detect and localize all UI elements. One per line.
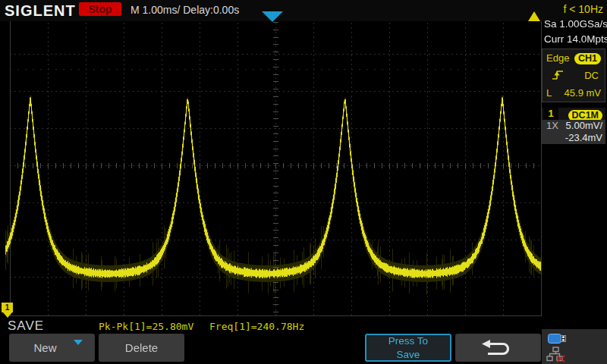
trigger-position-marker[interactable] — [262, 11, 283, 22]
measurement-pkpk: Pk-Pk[1]=25.80mV — [99, 321, 193, 332]
volts-per-div-value: 5.00mV/ — [566, 120, 602, 132]
timebase-readout: M 1.00ms/ Delay:0.00s — [131, 4, 239, 16]
channel-offset-row: -23.4mV — [542, 132, 605, 144]
trigger-slope-row: DC — [543, 67, 605, 84]
channel-id-row: 1 DC1M — [542, 108, 605, 120]
sample-rate-readout: Sa 1.00GSa/s — [544, 18, 605, 30]
trigger-coupling-label: DC — [584, 67, 599, 84]
memory-depth-readout: Curr 14.0Mpts — [544, 33, 605, 45]
measurement-frequency: Freq[1]=240.78Hz — [209, 321, 304, 332]
trigger-level-marker[interactable] — [528, 11, 540, 21]
new-button-label: New — [33, 341, 56, 354]
channel-ground-label: 1 — [2, 303, 13, 312]
delete-button[interactable]: Delete — [99, 334, 184, 362]
down-arrow-icon — [3, 312, 12, 318]
press-to-save-line1: Press To — [388, 334, 428, 348]
usb-icon — [548, 333, 568, 344]
new-button[interactable]: New — [9, 334, 95, 362]
channel-ground-marker[interactable]: 1 — [2, 303, 14, 318]
channel-scale-row: 1X 5.00mV/ — [542, 120, 605, 132]
back-button[interactable] — [455, 334, 541, 362]
probe-attenuation-label: 1X — [546, 120, 558, 132]
channel-number-chip: 1 — [543, 108, 558, 120]
brand-logo: SIGLENT — [5, 2, 76, 20]
frequency-counter: f < 10Hz — [563, 3, 603, 15]
oscilloscope-screen: SIGLENT Stop M 1.00ms/ Delay:0.00s f < 1… — [0, 0, 607, 364]
status-icons-panel — [542, 329, 607, 364]
lan-disconnected-icon — [546, 347, 566, 362]
dropdown-arrow-icon — [74, 345, 83, 358]
trigger-level-prefix: L — [546, 87, 552, 99]
header-bar: SIGLENT Stop M 1.00ms/ Delay:0.00s f < 1… — [0, 0, 607, 21]
trigger-mode-label: Edge — [546, 52, 569, 64]
channel-info-box[interactable]: 1 DC1M 1X 5.00mV/ -23.4mV — [542, 108, 605, 144]
trigger-mode-row: Edge CH1 — [543, 49, 605, 67]
press-to-save-line2: Save — [397, 348, 420, 362]
press-to-save-button[interactable]: Press To Save — [365, 334, 451, 362]
return-arrow-icon — [481, 338, 516, 358]
channel-offset-value: -23.4mV — [565, 132, 602, 144]
trigger-settings-box[interactable]: Edge CH1 DC L 45.9 mV — [542, 49, 605, 102]
run-state-badge[interactable]: Stop — [79, 2, 121, 16]
rising-edge-icon — [551, 69, 566, 81]
trigger-level-row: L 45.9 mV — [543, 84, 605, 102]
waveform-display — [0, 21, 542, 318]
trigger-source-badge: CH1 — [574, 53, 601, 64]
delete-button-label: Delete — [125, 341, 158, 354]
trigger-level-value: 45.9 mV — [565, 84, 601, 102]
menu-title: SAVE — [8, 318, 44, 334]
